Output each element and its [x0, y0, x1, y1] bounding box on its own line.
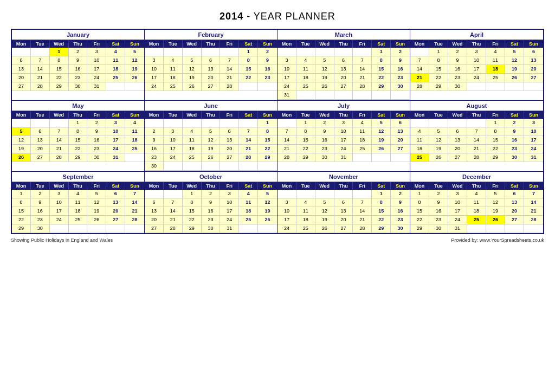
empty-cell — [164, 162, 183, 171]
month-block-july: JulyMonTueWedThuFriSatSun123456789101112… — [278, 100, 410, 171]
day-cell: 22 — [372, 74, 391, 82]
day-cell: 19 — [315, 216, 334, 224]
month-title-february: February — [145, 30, 277, 40]
day-cell: 25 — [467, 216, 486, 224]
day-cell: 10 — [106, 127, 125, 136]
day-cell: 7 — [239, 127, 258, 136]
empty-cell — [239, 119, 258, 127]
day-header-sat: Sat — [106, 111, 125, 119]
day-cell: 13 — [220, 136, 239, 145]
day-cell: 5 — [315, 198, 334, 207]
day-cell: 27 — [334, 82, 353, 91]
day-header-thu: Thu — [467, 111, 486, 119]
day-header-tue: Tue — [296, 40, 315, 48]
day-cell: 31 — [524, 153, 543, 162]
day-cell: 17 — [448, 207, 467, 216]
day-cell: 24 — [106, 145, 125, 153]
empty-cell — [125, 153, 144, 162]
day-cell: 19 — [12, 145, 31, 153]
day-cell: 18 — [486, 65, 505, 74]
month-title-july: July — [278, 101, 410, 111]
day-header-thu: Thu — [334, 182, 353, 190]
day-header-fri: Fri — [353, 40, 372, 48]
day-cell: 21 — [278, 145, 296, 153]
day-cell: 22 — [429, 74, 448, 82]
day-cell: 2 — [145, 127, 164, 136]
empty-cell — [183, 48, 202, 56]
day-cell: 25 — [125, 145, 144, 153]
day-cell: 22 — [296, 145, 315, 153]
day-cell: 3 — [278, 56, 296, 65]
day-cell: 18 — [69, 207, 88, 216]
day-header-mon: Mon — [12, 111, 31, 119]
day-cell: 16 — [315, 136, 334, 145]
empty-cell — [315, 91, 334, 100]
day-cell: 17 — [278, 216, 296, 224]
day-cell: 16 — [505, 136, 524, 145]
day-header-fri: Fri — [220, 40, 239, 48]
day-cell: 24 — [145, 82, 164, 91]
day-cell: 25 — [410, 153, 429, 162]
day-cell: 23 — [258, 74, 277, 82]
day-cell: 30 — [145, 162, 164, 171]
day-cell: 22 — [258, 145, 277, 153]
day-cell: 14 — [410, 65, 429, 74]
day-header-wed: Wed — [448, 40, 467, 48]
day-cell: 23 — [31, 216, 50, 224]
empty-cell — [239, 82, 258, 91]
empty-cell — [353, 48, 372, 56]
day-cell: 5 — [258, 190, 277, 198]
day-cell: 24 — [220, 216, 239, 224]
day-header-fri: Fri — [353, 111, 372, 119]
month-block-june: JuneMonTueWedThuFriSatSun123456789101112… — [145, 100, 278, 171]
day-cell: 27 — [334, 224, 353, 233]
day-cell: 11 — [125, 127, 144, 136]
day-cell: 6 — [524, 48, 543, 56]
day-cell: 23 — [87, 145, 106, 153]
day-cell: 24 — [334, 145, 353, 153]
day-cell: 8 — [372, 198, 391, 207]
day-cell: 26 — [183, 82, 202, 91]
empty-cell — [505, 82, 524, 91]
day-cell: 19 — [429, 145, 448, 153]
day-cell: 19 — [87, 207, 106, 216]
day-cell: 25 — [239, 216, 258, 224]
day-cell: 28 — [524, 216, 543, 224]
day-cell: 13 — [334, 65, 353, 74]
day-cell: 15 — [372, 65, 391, 74]
day-cell: 20 — [505, 207, 524, 216]
day-cell: 8 — [486, 127, 505, 136]
empty-cell — [448, 119, 467, 127]
day-header-tue: Tue — [296, 182, 315, 190]
day-cell: 8 — [50, 56, 69, 65]
day-cell: 2 — [315, 119, 334, 127]
day-header-tue: Tue — [164, 40, 183, 48]
day-cell: 9 — [391, 56, 410, 65]
month-title-may: May — [12, 101, 144, 111]
day-cell: 8 — [296, 127, 315, 136]
day-cell: 6 — [505, 190, 524, 198]
day-cell: 7 — [125, 190, 144, 198]
day-header-tue: Tue — [164, 182, 183, 190]
day-cell: 11 — [106, 56, 125, 65]
day-cell: 15 — [429, 65, 448, 74]
day-cell: 13 — [145, 207, 164, 216]
empty-cell — [278, 119, 296, 127]
day-cell: 7 — [50, 127, 69, 136]
day-cell: 23 — [505, 145, 524, 153]
day-cell: 22 — [69, 145, 88, 153]
day-header-sat: Sat — [239, 40, 258, 48]
day-cell: 24 — [524, 145, 543, 153]
day-cell: 20 — [202, 74, 221, 82]
day-cell: 29 — [183, 224, 202, 233]
day-cell: 14 — [220, 65, 239, 74]
month-title-january: January — [12, 30, 144, 40]
day-cell: 3 — [448, 190, 467, 198]
day-cell: 10 — [220, 198, 239, 207]
empty-cell — [296, 48, 315, 56]
day-cell: 11 — [353, 127, 372, 136]
empty-cell — [505, 224, 524, 233]
day-cell: 21 — [125, 207, 144, 216]
empty-cell — [353, 190, 372, 198]
day-cell: 1 — [258, 119, 277, 127]
